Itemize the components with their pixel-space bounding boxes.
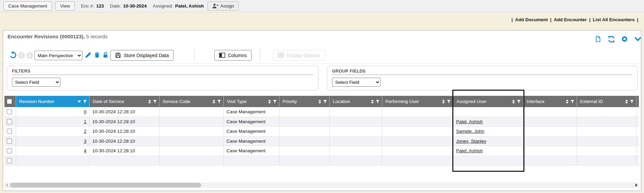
filter-funnel-icon[interactable] (323, 100, 327, 104)
sort-descending-icon[interactable] (78, 101, 81, 103)
row-select-cell (4, 146, 16, 156)
cell-date_of_service: 10-30-2024 12:28:10 (90, 107, 160, 117)
column-header-priority[interactable]: Priority (279, 96, 330, 107)
cell-revision_number: 2 (16, 127, 90, 136)
view-button[interactable]: View (55, 1, 75, 11)
cell-date_of_service: 10-30-2024 12:28:10 (90, 127, 160, 136)
column-header-s_cut[interactable]: S (636, 96, 639, 107)
table-row-empty (4, 156, 639, 166)
cell-interface (523, 117, 577, 127)
filter-funnel-icon[interactable] (273, 100, 277, 104)
assigned_user-link[interactable]: Jones, Stanley (456, 139, 487, 144)
assign-button[interactable]: Assign (207, 1, 239, 11)
sort-icon[interactable] (566, 100, 568, 104)
cell-priority (279, 146, 330, 156)
add-encounter-link[interactable]: Add Encounter (554, 17, 587, 22)
refresh-icon[interactable] (607, 35, 615, 43)
select-all-checkbox[interactable] (7, 99, 12, 104)
horizontal-scrollbar[interactable] (4, 182, 639, 188)
column-header-visit_type[interactable]: Visit Type (224, 96, 279, 107)
row-checkbox[interactable] (7, 148, 12, 153)
filter-funnel-icon[interactable] (376, 100, 380, 104)
select-all-header-cell[interactable] (4, 96, 16, 107)
undo-icon[interactable] (9, 51, 17, 60)
list-all-encounters-link[interactable]: List All Encounters (593, 17, 635, 22)
sort-icon[interactable] (213, 100, 215, 104)
assigned_user-link[interactable]: Sample, John (456, 129, 484, 134)
cell-service_code (160, 117, 224, 127)
column-header-date_of_service[interactable]: Date of Service (90, 96, 160, 107)
row-checkbox[interactable] (7, 139, 12, 144)
toolbar-separator (260, 49, 260, 62)
sort-icon[interactable] (371, 100, 374, 104)
sort-icon[interactable] (512, 100, 515, 104)
column-header-service_code[interactable]: Service Code (160, 96, 224, 107)
panel-record-count: 5 records (86, 34, 108, 39)
cell-priority (279, 107, 330, 117)
cell-priority (279, 127, 330, 136)
revision_number-link[interactable]: 3 (84, 139, 86, 144)
sort-icon[interactable] (318, 100, 321, 104)
row-select-cell (4, 107, 16, 117)
filter-funnel-icon[interactable] (153, 100, 157, 104)
cell-location (330, 156, 382, 166)
cell-visit_type: Case Management (224, 117, 279, 127)
filter-funnel-icon[interactable] (517, 100, 521, 104)
case-management-button[interactable]: Case Management (3, 1, 52, 11)
separator: | (637, 17, 638, 22)
scroll-left-arrow-icon[interactable] (6, 183, 8, 187)
assigned_user-link[interactable]: Patel, Ashish (456, 119, 483, 124)
filter-funnel-icon[interactable] (630, 100, 634, 104)
revision_number-link[interactable]: 1 (84, 119, 86, 124)
toolbar-separator (107, 49, 107, 62)
scroll-right-arrow-icon[interactable] (635, 183, 638, 187)
cell-service_code (160, 146, 224, 156)
group-fields-select-field[interactable]: Select Field (332, 78, 381, 87)
filter-funnel-icon[interactable] (447, 100, 451, 104)
filter-funnel-icon[interactable] (83, 100, 87, 104)
column-header-external_id[interactable]: External ID (577, 96, 636, 107)
perspective-toolbar: Main Perspective Store Displayed Data Co… (3, 48, 641, 64)
cell-service_code (160, 156, 224, 166)
lock-icon[interactable] (102, 52, 109, 60)
filters-select-field[interactable]: Select Field (12, 78, 60, 87)
column-header-performing_user[interactable]: Performing User (382, 96, 453, 107)
edit-pencil-icon[interactable] (84, 52, 92, 60)
filter-funnel-icon[interactable] (571, 100, 574, 104)
gear-icon[interactable] (620, 35, 629, 43)
column-header-location[interactable]: Location (330, 96, 382, 107)
add-document-link[interactable]: Add Document (515, 17, 548, 22)
sort-icon[interactable] (148, 100, 151, 104)
row-checkbox[interactable] (7, 119, 12, 124)
chevron-down-icon[interactable] (634, 35, 642, 43)
next-perspective-button[interactable] (26, 52, 33, 59)
table-row: 010-30-2024 12:28:10Case Management (4, 107, 639, 117)
sort-icon[interactable] (625, 100, 628, 104)
revision_number-link[interactable]: 2 (84, 129, 86, 134)
row-checkbox[interactable] (7, 158, 12, 163)
filter-funnel-icon[interactable] (217, 100, 221, 104)
column-header-revision_number[interactable]: Revision Number (16, 96, 90, 107)
assigned_user-link[interactable]: Patel, Ashish (456, 148, 483, 153)
cell-revision_number: 4 (16, 146, 90, 156)
row-checkbox[interactable] (7, 109, 12, 114)
revision_number-link[interactable]: 4 (84, 148, 86, 153)
perspective-select[interactable]: Main Perspective (35, 51, 82, 60)
row-select-cell (4, 156, 16, 166)
column-header-assigned_user[interactable]: Assigned User (453, 96, 523, 107)
previous-perspective-button[interactable] (18, 52, 25, 59)
sort-icon[interactable] (268, 100, 271, 104)
columns-button[interactable]: Columns (214, 50, 251, 61)
delete-trash-icon[interactable] (94, 52, 100, 60)
cell-s_cut (636, 117, 639, 127)
cell-location (330, 146, 382, 156)
store-displayed-data-button[interactable]: Store Displayed Data (110, 50, 174, 61)
column-header-interface[interactable]: Interface (523, 96, 577, 107)
row-checkbox[interactable] (7, 129, 12, 134)
cell-priority (279, 137, 330, 146)
sort-icon[interactable] (442, 100, 445, 104)
panel-title: Encounter Revisions (0000123), 5 records (8, 34, 108, 39)
scrollbar-thumb[interactable] (10, 183, 201, 188)
new-document-icon[interactable] (594, 35, 602, 43)
revision_number-link[interactable]: 0 (84, 109, 86, 114)
